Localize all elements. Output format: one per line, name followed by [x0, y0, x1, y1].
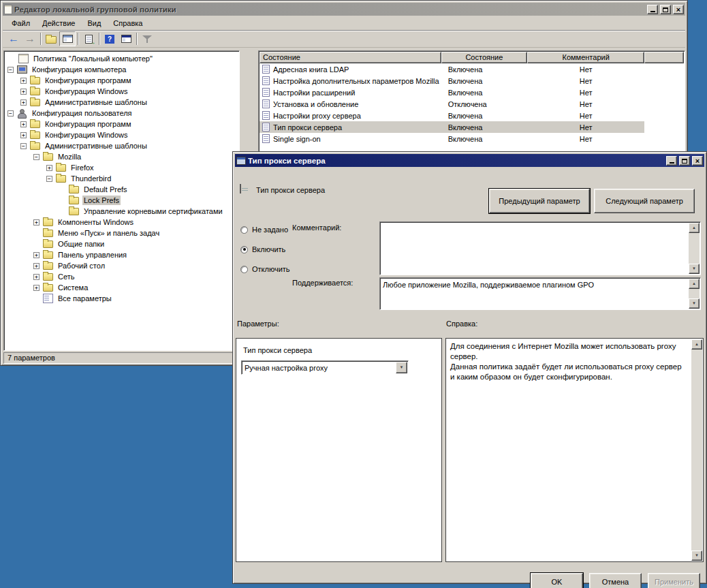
tree-item[interactable]: +Панель управления: [5, 249, 238, 260]
column-header[interactable]: Комментарий: [527, 52, 644, 63]
list-row[interactable]: Установка и обновлениеОтключенаНет: [260, 98, 684, 110]
expand-toggle-icon[interactable]: +: [33, 219, 40, 226]
list-row[interactable]: Настройки расширенийВключенаНет: [260, 87, 684, 98]
tree-item[interactable]: −Конфигурация пользователя: [5, 108, 238, 119]
proxy-type-dropdown[interactable]: Ручная настройка proxy ▼: [241, 360, 409, 375]
tree-item[interactable]: −Thunderbird: [5, 173, 238, 184]
minimize-button[interactable]: [647, 5, 658, 14]
tree-item[interactable]: +Конфигурация программ: [5, 119, 238, 129]
expand-toggle-icon[interactable]: +: [33, 263, 40, 269]
scroll-up-icon[interactable]: ▲: [689, 279, 700, 289]
tree-item[interactable]: Все параметры: [5, 293, 238, 304]
column-header[interactable]: Состояние: [260, 52, 441, 63]
tree-item[interactable]: +Сеть: [5, 271, 238, 282]
comment-scrollbar[interactable]: ▲ ▼: [689, 223, 700, 274]
radio-enabled[interactable]: Включить: [240, 245, 285, 254]
tree-item[interactable]: +Система: [5, 282, 238, 293]
help-scrollbar[interactable]: ▲ ▼: [691, 339, 702, 561]
radio-not-configured[interactable]: Не задано: [240, 225, 288, 234]
setting-name: Адресная книга LDAP: [273, 65, 349, 74]
scroll-up-icon[interactable]: ▲: [691, 339, 702, 350]
new-window-button[interactable]: [118, 31, 134, 46]
expand-toggle-icon[interactable]: +: [33, 274, 40, 280]
list-row[interactable]: Адресная книга LDAPВключенаНет: [260, 63, 684, 75]
back-button[interactable]: [5, 31, 22, 46]
policy-setting-icon: [262, 99, 270, 108]
ok-button[interactable]: OK: [531, 573, 583, 588]
scroll-up-icon[interactable]: ▲: [689, 223, 700, 233]
expand-toggle-icon[interactable]: +: [20, 121, 27, 127]
column-header[interactable]: [644, 52, 684, 63]
show-console-tree-button[interactable]: [59, 31, 76, 46]
tree-item[interactable]: +Конфигурация Windows: [5, 86, 238, 97]
tree-item[interactable]: −Административные шаблоны: [5, 140, 238, 151]
radio-button-icon[interactable]: [240, 266, 248, 273]
tree-item[interactable]: +Конфигурация Windows: [5, 129, 238, 140]
up-folder-button[interactable]: [43, 31, 59, 46]
tree-item[interactable]: Политика "Локальный компьютер": [5, 53, 238, 64]
expand-toggle-icon[interactable]: +: [33, 252, 40, 258]
expand-toggle-icon[interactable]: +: [33, 285, 40, 291]
list-row[interactable]: Тип прокси сервераВключенаНет: [260, 121, 684, 133]
tree-item[interactable]: +Рабочий стол: [5, 260, 238, 271]
maximize-button[interactable]: [660, 5, 671, 14]
collapse-toggle-icon[interactable]: −: [7, 110, 14, 117]
previous-setting-button[interactable]: Предыдущий параметр: [489, 189, 590, 213]
menu-item[interactable]: Справка: [107, 18, 148, 29]
export-list-button[interactable]: [80, 31, 97, 46]
close-button[interactable]: ×: [673, 5, 684, 14]
list-row[interactable]: Настройки proxy сервераВключенаНет: [260, 110, 684, 121]
expand-toggle-icon[interactable]: +: [46, 165, 52, 171]
supported-scrollbar[interactable]: ▲ ▼: [689, 279, 700, 309]
tree-item[interactable]: +Firefox: [5, 162, 238, 173]
up-folder-icon: [46, 36, 57, 44]
tree-item[interactable]: Управление корневыми сертификатами: [5, 206, 238, 217]
tree-item[interactable]: +Административные шаблоны: [5, 97, 238, 108]
list-row[interactable]: Настройка дополнительных параметров Mozi…: [260, 75, 684, 87]
setting-name: Тип прокси сервера: [273, 123, 342, 131]
scroll-down-icon[interactable]: ▼: [689, 264, 700, 274]
menu-item[interactable]: Действие: [36, 18, 81, 29]
tree-item[interactable]: +Компоненты Windows: [5, 217, 238, 228]
tree-item[interactable]: Общие папки: [5, 238, 238, 249]
list-row[interactable]: Single sign-onВключенаНет: [260, 133, 684, 144]
collapse-toggle-icon[interactable]: −: [20, 143, 27, 149]
collapse-toggle-icon[interactable]: −: [46, 176, 52, 182]
dialog-titlebar: Тип прокси сервера ×: [235, 154, 704, 167]
dropdown-arrow-icon[interactable]: ▼: [396, 362, 407, 373]
comment-text[interactable]: [381, 223, 687, 273]
collapse-toggle-icon[interactable]: −: [33, 154, 40, 160]
expand-toggle-icon[interactable]: +: [20, 99, 27, 106]
tree-item[interactable]: +Конфигурация программ: [5, 75, 238, 86]
tree-item[interactable]: Lock Prefs: [5, 195, 238, 206]
scroll-down-icon[interactable]: ▼: [689, 298, 700, 309]
forward-button[interactable]: [22, 31, 38, 46]
scroll-down-icon[interactable]: ▼: [691, 551, 702, 561]
tree-item[interactable]: Default Prefs: [5, 184, 238, 195]
filter-button[interactable]: [139, 31, 155, 46]
column-header[interactable]: Состояние: [441, 52, 527, 63]
help-button[interactable]: ?: [101, 31, 118, 46]
folder-icon: [43, 241, 53, 248]
expand-toggle-icon[interactable]: +: [20, 78, 27, 84]
menu-item[interactable]: Вид: [81, 18, 107, 29]
comment-textarea[interactable]: ▲ ▼: [379, 221, 701, 275]
radio-button-icon[interactable]: [240, 226, 248, 234]
dialog-minimize-button[interactable]: [666, 156, 677, 166]
tree-item[interactable]: −Конфигурация компьютера: [5, 64, 238, 75]
folder-icon: [69, 197, 79, 204]
next-setting-button[interactable]: Следующий параметр: [594, 189, 695, 213]
dialog-close-button[interactable]: ×: [692, 156, 703, 166]
expand-toggle-icon[interactable]: +: [20, 132, 27, 138]
dialog-maximize-button[interactable]: [679, 156, 690, 166]
radio-button-icon[interactable]: [240, 246, 248, 253]
tree-item[interactable]: −Mozilla: [5, 151, 238, 162]
radio-disabled[interactable]: Отключить: [240, 264, 290, 274]
cancel-button[interactable]: Отмена: [589, 573, 642, 588]
help-icon: ?: [105, 35, 114, 44]
expand-toggle-icon[interactable]: +: [20, 89, 27, 95]
menu-item[interactable]: Файл: [5, 18, 36, 29]
empty-cell: [644, 121, 684, 133]
tree-item[interactable]: Меню «Пуск» и панель задач: [5, 228, 238, 238]
collapse-toggle-icon[interactable]: −: [7, 67, 14, 73]
